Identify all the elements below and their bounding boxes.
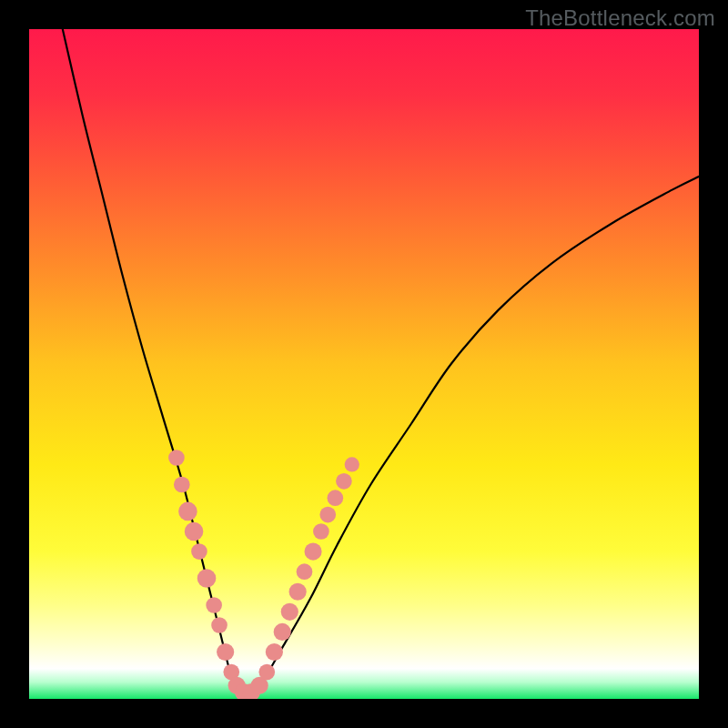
data-dot <box>197 569 217 588</box>
data-dots <box>168 450 359 699</box>
data-dot <box>185 522 204 541</box>
data-dot <box>328 490 344 506</box>
data-dot <box>345 457 359 471</box>
curve-layer <box>29 29 699 699</box>
data-dot <box>206 597 222 613</box>
data-dot <box>297 563 313 580</box>
data-dot <box>211 617 228 633</box>
chart-frame: TheBottleneck.com <box>0 0 728 728</box>
data-dot <box>168 450 185 466</box>
data-dot <box>217 643 234 661</box>
data-dot <box>281 603 298 621</box>
data-dot <box>313 523 329 540</box>
data-dot <box>289 583 307 601</box>
bottleneck-curve <box>63 29 699 696</box>
data-dot <box>266 643 283 661</box>
plot-area <box>29 29 699 699</box>
data-dot <box>174 477 190 493</box>
data-dot <box>336 473 352 490</box>
data-dot <box>274 623 291 641</box>
watermark-text: TheBottleneck.com <box>525 5 715 31</box>
data-dot <box>319 507 336 523</box>
data-dot <box>304 543 321 561</box>
data-dot <box>258 664 275 681</box>
data-dot <box>191 543 207 560</box>
data-dot <box>178 502 197 521</box>
